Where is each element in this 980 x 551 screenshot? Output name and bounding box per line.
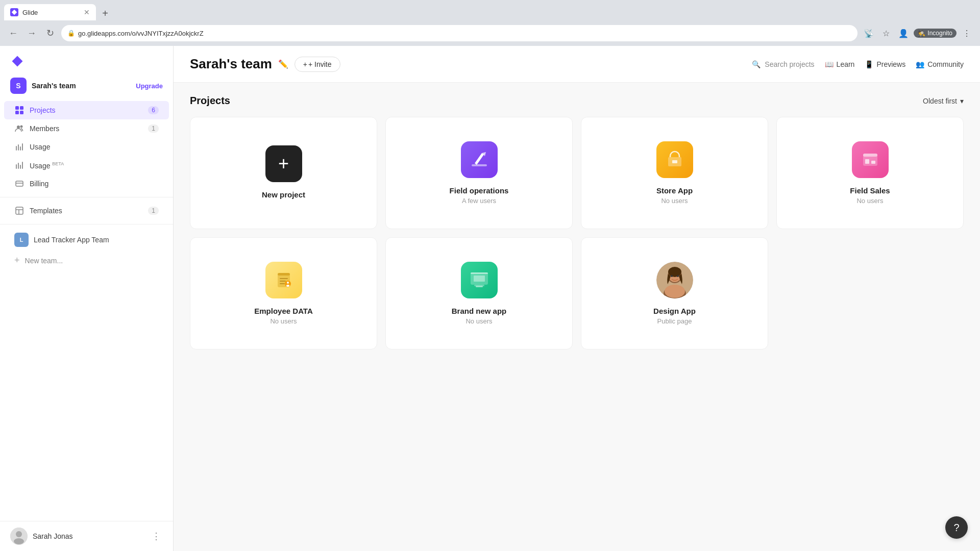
projects-grid: + New project Field operations A few use… bbox=[190, 117, 964, 229]
project-card-store-app[interactable]: Store App No users bbox=[581, 117, 768, 229]
glide-logo-icon bbox=[10, 54, 24, 68]
field-sales-icon bbox=[852, 141, 889, 178]
sidebar-item-templates[interactable]: Templates 1 bbox=[4, 202, 169, 220]
close-tab-button[interactable]: ✕ bbox=[84, 8, 90, 16]
back-button[interactable]: ← bbox=[6, 26, 20, 40]
store-app-name: Store App bbox=[656, 186, 693, 195]
sidebar-item-members[interactable]: Members 1 bbox=[4, 119, 169, 138]
cast-button[interactable]: 📡 bbox=[862, 26, 876, 40]
sidebar-item-usage-beta[interactable]: Usage BETA bbox=[4, 156, 169, 174]
svg-rect-24 bbox=[280, 283, 285, 284]
search-icon: 🔍 bbox=[752, 60, 761, 68]
new-team-item[interactable]: + New team... bbox=[4, 251, 169, 270]
sidebar-item-usage[interactable]: Usage bbox=[4, 138, 169, 156]
svg-rect-23 bbox=[280, 281, 286, 282]
bookmark-button[interactable]: ☆ bbox=[879, 26, 893, 40]
sidebar-divider-2 bbox=[0, 224, 173, 224]
new-project-card[interactable]: + New project bbox=[190, 117, 377, 229]
search-projects[interactable]: 🔍 Search projects bbox=[752, 60, 814, 68]
svg-rect-15 bbox=[672, 160, 677, 163]
sub-team-label: Lead Tracker App Team bbox=[34, 236, 109, 244]
main-header: Sarah's team ✏️ + + Invite 🔍 Search proj… bbox=[174, 46, 980, 83]
active-tab[interactable]: Glide ✕ bbox=[4, 4, 96, 20]
field-operations-name: Field operations bbox=[450, 186, 509, 195]
project-card-brand-new-app[interactable]: Brand new app No users bbox=[385, 237, 573, 349]
employee-data-users: No users bbox=[270, 317, 297, 325]
svg-point-12 bbox=[14, 538, 24, 544]
learn-button[interactable]: 📖 Learn bbox=[825, 60, 855, 68]
team-avatar: S bbox=[10, 78, 27, 94]
svg-rect-29 bbox=[471, 272, 488, 274]
field-sales-users: No users bbox=[856, 197, 883, 205]
header-actions: 🔍 Search projects 📖 Learn 📱 Previews 👥 C… bbox=[752, 60, 964, 68]
help-icon: ? bbox=[953, 522, 959, 534]
svg-point-11 bbox=[16, 531, 22, 537]
project-card-employee-data[interactable]: Employee DATA No users bbox=[190, 237, 377, 349]
community-button[interactable]: 👥 Community bbox=[916, 60, 964, 68]
edit-title-icon[interactable]: ✏️ bbox=[278, 59, 288, 69]
main-content: Sarah's team ✏️ + + Invite 🔍 Search proj… bbox=[174, 46, 980, 551]
sidebar-team-section: S Sarah's team Upgrade bbox=[0, 72, 173, 99]
sidebar-projects-count: 6 bbox=[148, 106, 159, 114]
svg-point-39 bbox=[671, 275, 673, 277]
sidebar-nav: Projects 6 Members 1 Usage bbox=[0, 99, 173, 272]
menu-button[interactable]: ⋮ bbox=[960, 26, 974, 40]
sort-chevron-icon: ▾ bbox=[960, 97, 964, 105]
svg-point-6 bbox=[17, 126, 20, 129]
svg-point-7 bbox=[20, 126, 23, 128]
projects-icon bbox=[14, 105, 24, 115]
invite-button[interactable]: + + Invite bbox=[295, 57, 340, 72]
new-tab-button[interactable]: + bbox=[98, 6, 112, 20]
sidebar-team-name: Sarah's team bbox=[32, 82, 131, 90]
svg-point-37 bbox=[665, 285, 685, 298]
templates-icon bbox=[14, 206, 24, 216]
sidebar-billing-label: Billing bbox=[30, 180, 159, 188]
svg-rect-22 bbox=[280, 278, 288, 279]
invite-plus-icon: + bbox=[303, 60, 307, 68]
sidebar-usage-beta-label: Usage BETA bbox=[30, 161, 159, 170]
billing-icon bbox=[14, 179, 24, 189]
empty-grid-slot bbox=[776, 237, 964, 349]
projects-header: Projects Oldest first ▾ bbox=[190, 95, 964, 107]
svg-rect-19 bbox=[871, 161, 875, 164]
design-app-icon bbox=[656, 262, 693, 298]
refresh-button[interactable]: ↻ bbox=[43, 26, 57, 40]
svg-rect-5 bbox=[20, 111, 23, 114]
brand-new-app-icon bbox=[461, 262, 498, 298]
project-card-field-sales[interactable]: Field Sales No users bbox=[776, 117, 964, 229]
new-project-icon: + bbox=[265, 145, 302, 182]
brand-new-app-name: Brand new app bbox=[452, 307, 507, 315]
design-app-users: Public page bbox=[657, 317, 692, 325]
learn-icon: 📖 bbox=[825, 60, 834, 68]
svg-rect-3 bbox=[20, 106, 23, 110]
forward-button[interactable]: → bbox=[24, 26, 39, 40]
incognito-indicator: 🕵️ Incognito bbox=[914, 29, 957, 38]
user-more-button[interactable]: ⋮ bbox=[150, 529, 163, 544]
sidebar-item-projects[interactable]: Projects 6 bbox=[4, 101, 169, 119]
incognito-icon: 🕵️ bbox=[918, 30, 925, 37]
browser-toolbar: ← → ↻ 🔒 go.glideapps.com/o/vvJNYITxjzzA0… bbox=[0, 20, 980, 46]
sort-label: Oldest first bbox=[923, 97, 957, 105]
projects-grid-row2: Employee DATA No users Brand new app No … bbox=[190, 237, 964, 349]
previews-button[interactable]: 📱 Previews bbox=[865, 60, 905, 68]
profile-button[interactable]: 👤 bbox=[896, 26, 911, 40]
sidebar-projects-label: Projects bbox=[30, 106, 143, 114]
svg-rect-21 bbox=[278, 273, 290, 276]
new-team-plus-icon: + bbox=[14, 255, 20, 266]
svg-rect-2 bbox=[15, 106, 19, 110]
sort-button[interactable]: Oldest first ▾ bbox=[923, 97, 964, 105]
app-container: S Sarah's team Upgrade Projects 6 Member… bbox=[0, 46, 980, 551]
sidebar-item-billing[interactable]: Billing bbox=[4, 174, 169, 193]
project-card-field-operations[interactable]: Field operations A few users bbox=[385, 117, 573, 229]
store-app-users: No users bbox=[661, 197, 688, 205]
upgrade-button[interactable]: Upgrade bbox=[136, 82, 163, 90]
sidebar-item-lead-tracker-team[interactable]: L Lead Tracker App Team bbox=[4, 229, 169, 251]
employee-data-icon bbox=[265, 262, 302, 298]
address-bar[interactable]: 🔒 go.glideapps.com/o/vvJNYITxjzzA0okjckr… bbox=[61, 25, 857, 41]
help-button[interactable]: ? bbox=[945, 516, 968, 539]
project-card-design-app[interactable]: Design App Public page bbox=[581, 237, 768, 349]
url-text: go.glideapps.com/o/vvJNYITxjzzA0okjckrZ bbox=[78, 30, 204, 37]
sidebar-members-label: Members bbox=[30, 124, 143, 133]
svg-rect-8 bbox=[16, 181, 23, 186]
members-icon bbox=[14, 123, 24, 134]
